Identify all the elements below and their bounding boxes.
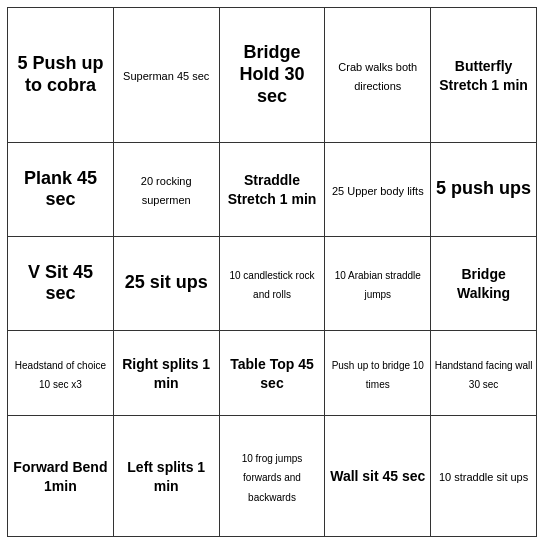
cell-text-r1-c1: 20 rocking supermen — [141, 175, 192, 206]
cell-text-r4-c2: 10 frog jumps forwards and backwards — [242, 453, 303, 502]
cell-r1-c1: 20 rocking supermen — [113, 142, 219, 236]
cell-r3-c3: Push up to bridge 10 times — [325, 330, 431, 415]
cell-text-r3-c0: Headstand of choice 10 sec x3 — [15, 360, 106, 390]
cell-r0-c2: Bridge Hold 30 sec — [219, 8, 325, 143]
cell-r2-c4: Bridge Walking — [431, 236, 537, 330]
cell-r0-c0: 5 Push up to cobra — [8, 8, 114, 143]
cell-r3-c0: Headstand of choice 10 sec x3 — [8, 330, 114, 415]
cell-r1-c0: Plank 45 sec — [8, 142, 114, 236]
cell-text-r4-c4: 10 straddle sit ups — [439, 471, 528, 483]
cell-r4-c3: Wall sit 45 sec — [325, 415, 431, 536]
cell-text-r3-c1: Right splits 1 min — [122, 356, 210, 391]
cell-text-r2-c3: 10 Arabian straddle jumps — [335, 270, 421, 300]
cell-r4-c0: Forward Bend 1min — [8, 415, 114, 536]
cell-text-r1-c0: Plank 45 sec — [24, 168, 97, 210]
cell-text-r4-c3: Wall sit 45 sec — [330, 468, 425, 484]
cell-r2-c3: 10 Arabian straddle jumps — [325, 236, 431, 330]
cell-r1-c4: 5 push ups — [431, 142, 537, 236]
cell-text-r0-c3: Crab walks both directions — [338, 61, 417, 92]
cell-r4-c1: Left splits 1 min — [113, 415, 219, 536]
cell-text-r0-c0: 5 Push up to cobra — [17, 53, 103, 95]
cell-text-r3-c4: Handstand facing wall 30 sec — [435, 360, 533, 390]
cell-text-r3-c3: Push up to bridge 10 times — [332, 360, 424, 390]
cell-text-r2-c0: V Sit 45 sec — [28, 262, 93, 304]
cell-r2-c0: V Sit 45 sec — [8, 236, 114, 330]
cell-r3-c4: Handstand facing wall 30 sec — [431, 330, 537, 415]
cell-r4-c4: 10 straddle sit ups — [431, 415, 537, 536]
cell-text-r0-c4: Butterfly Stretch 1 min — [439, 58, 528, 93]
cell-text-r1-c4: 5 push ups — [436, 178, 531, 198]
cell-text-r2-c2: 10 candlestick rock and rolls — [229, 270, 314, 300]
cell-r2-c1: 25 sit ups — [113, 236, 219, 330]
cell-r0-c3: Crab walks both directions — [325, 8, 431, 143]
cell-text-r3-c2: Table Top 45 sec — [230, 356, 314, 391]
cell-text-r1-c3: 25 Upper body lifts — [332, 185, 424, 197]
bingo-grid: 5 Push up to cobraSuperman 45 secBridge … — [7, 7, 537, 537]
cell-text-r2-c4: Bridge Walking — [457, 266, 510, 301]
cell-text-r1-c2: Straddle Stretch 1 min — [228, 172, 317, 207]
cell-text-r0-c1: Superman 45 sec — [123, 70, 209, 82]
cell-r1-c2: Straddle Stretch 1 min — [219, 142, 325, 236]
cell-r2-c2: 10 candlestick rock and rolls — [219, 236, 325, 330]
cell-text-r2-c1: 25 sit ups — [125, 272, 208, 292]
cell-text-r0-c2: Bridge Hold 30 sec — [239, 42, 304, 105]
cell-r3-c2: Table Top 45 sec — [219, 330, 325, 415]
cell-text-r4-c0: Forward Bend 1min — [13, 459, 107, 494]
cell-r1-c3: 25 Upper body lifts — [325, 142, 431, 236]
cell-r4-c2: 10 frog jumps forwards and backwards — [219, 415, 325, 536]
cell-text-r4-c1: Left splits 1 min — [127, 459, 205, 494]
cell-r3-c1: Right splits 1 min — [113, 330, 219, 415]
cell-r0-c4: Butterfly Stretch 1 min — [431, 8, 537, 143]
cell-r0-c1: Superman 45 sec — [113, 8, 219, 143]
